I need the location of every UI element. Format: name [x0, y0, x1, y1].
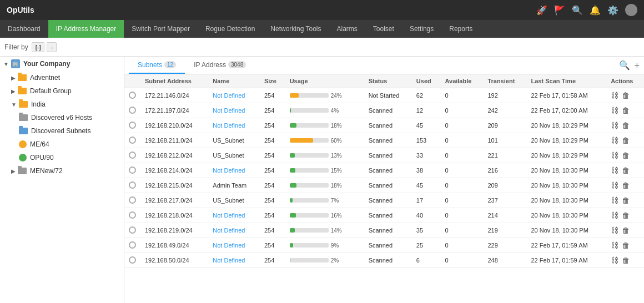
sidebar-item-menew72[interactable]: ▶ MENew/72 — [0, 164, 124, 178]
nav-settings[interactable]: Settings — [402, 20, 441, 38]
row-usage: 13% — [285, 148, 364, 163]
nav-bar: Dashboard IP Address Manager Switch Port… — [0, 20, 644, 38]
row-status: Scanned — [364, 253, 412, 268]
subnet-name: Admin Team — [213, 182, 246, 189]
link-icon[interactable]: ⛓ — [611, 91, 618, 100]
row-radio-col[interactable] — [124, 163, 140, 178]
link-icon[interactable]: ⛓ — [611, 181, 618, 190]
delete-icon[interactable]: 🗑 — [622, 226, 630, 235]
delete-icon[interactable]: 🗑 — [622, 136, 630, 145]
nav-alarms[interactable]: Alarms — [329, 20, 365, 38]
link-icon[interactable]: ⛓ — [611, 166, 618, 175]
row-radio[interactable] — [129, 137, 136, 144]
subnet-name-link[interactable]: Not Defined — [213, 167, 245, 174]
row-radio-col[interactable] — [124, 118, 140, 133]
flag-icon[interactable]: 🚩 — [554, 5, 565, 16]
top-bar-icons: 🚀 🚩 🔍 🔔 ⚙️ — [536, 4, 637, 16]
delete-icon[interactable]: 🗑 — [622, 151, 630, 160]
search-icon[interactable]: 🔍 — [572, 5, 583, 16]
row-radio[interactable] — [129, 181, 136, 189]
row-subnet: 192.168.219.0/24 — [140, 223, 208, 238]
folder-orange-icon — [19, 101, 28, 108]
nav-rogue-detection[interactable]: Rogue Detection — [198, 20, 263, 38]
delete-icon[interactable]: 🗑 — [622, 211, 630, 220]
row-radio[interactable] — [129, 122, 136, 129]
delete-icon[interactable]: 🗑 — [622, 256, 630, 265]
table-row: 172.21.146.0/24 Not Defined 254 24% Not … — [124, 88, 644, 103]
delete-icon[interactable]: 🗑 — [622, 241, 630, 250]
subnet-name-link[interactable]: Not Defined — [213, 122, 245, 129]
row-radio[interactable] — [129, 107, 136, 114]
nav-networking-tools[interactable]: Networking Tools — [263, 20, 329, 38]
row-radio-col[interactable] — [124, 238, 140, 253]
delete-icon[interactable]: 🗑 — [622, 181, 630, 190]
row-radio[interactable] — [129, 241, 136, 249]
link-icon[interactable]: ⛓ — [611, 151, 618, 160]
delete-icon[interactable]: 🗑 — [622, 196, 630, 205]
user-avatar[interactable] — [625, 4, 637, 16]
row-radio-col[interactable] — [124, 193, 140, 208]
delete-icon[interactable]: 🗑 — [622, 91, 630, 100]
subnet-name-link[interactable]: Not Defined — [213, 227, 245, 234]
tab-subnets[interactable]: Subnets 12 — [129, 57, 185, 74]
table-row: 192.168.218.0/24 Not Defined 254 16% Sca… — [124, 208, 644, 223]
link-icon[interactable]: ⛓ — [611, 196, 618, 205]
row-radio-col[interactable] — [124, 223, 140, 238]
row-radio-col[interactable] — [124, 178, 140, 193]
sidebar-item-adventnet[interactable]: ▶ Adventnet — [0, 71, 124, 84]
col-size: Size — [260, 74, 285, 88]
sidebar-item-your-company[interactable]: ▼ 🏢 Your Company — [0, 57, 124, 71]
row-radio[interactable] — [129, 226, 136, 234]
filter-bracket-btn[interactable]: [-] — [32, 42, 45, 52]
sidebar-item-default-group[interactable]: ▶ Default Group — [0, 84, 124, 98]
nav-dashboard[interactable]: Dashboard — [0, 20, 48, 38]
link-icon[interactable]: ⛓ — [611, 256, 618, 265]
subnet-name-link[interactable]: Not Defined — [213, 107, 245, 114]
subnet-name-link[interactable]: Not Defined — [213, 257, 245, 264]
row-radio-col[interactable] — [124, 148, 140, 163]
link-icon[interactable]: ⛓ — [611, 211, 618, 220]
sidebar-item-me64[interactable]: ME/64 — [0, 138, 124, 151]
sidebar-item-discovered-v6[interactable]: Discovered v6 Hosts — [0, 111, 124, 124]
add-action-icon[interactable]: + — [635, 60, 640, 70]
row-radio[interactable] — [129, 166, 136, 174]
subnet-name-link[interactable]: Not Defined — [213, 92, 245, 99]
tab-ipaddress[interactable]: IP Address 3048 — [185, 57, 255, 74]
search-action-icon[interactable]: 🔍 — [619, 60, 630, 70]
link-icon[interactable]: ⛓ — [611, 226, 618, 235]
sidebar-item-india[interactable]: ▼ India — [0, 98, 124, 111]
nav-reports[interactable]: Reports — [441, 20, 480, 38]
delete-icon[interactable]: 🗑 — [622, 166, 630, 175]
sidebar-item-opu90[interactable]: OPU/90 — [0, 151, 124, 164]
filter-dash-btn[interactable]: - — [47, 42, 57, 52]
link-icon[interactable]: ⛓ — [611, 106, 618, 115]
nav-toolset[interactable]: Toolset — [365, 20, 402, 38]
row-radio[interactable] — [129, 211, 136, 219]
row-radio-col[interactable] — [124, 133, 140, 148]
subnet-name-link[interactable]: Not Defined — [213, 212, 245, 219]
link-icon[interactable]: ⛓ — [611, 121, 618, 130]
row-status: Scanned — [364, 238, 412, 253]
delete-icon[interactable]: 🗑 — [622, 106, 630, 115]
link-icon[interactable]: ⛓ — [611, 241, 618, 250]
bell-icon[interactable]: 🔔 — [590, 5, 601, 16]
link-icon[interactable]: ⛓ — [611, 136, 618, 145]
settings-icon[interactable]: ⚙️ — [607, 5, 618, 16]
delete-icon[interactable]: 🗑 — [622, 121, 630, 130]
row-actions: ⛓ 🗑 — [606, 178, 644, 193]
sidebar-item-discovered-subnets[interactable]: Discovered Subnets — [0, 124, 124, 138]
row-radio[interactable] — [129, 92, 136, 99]
subnet-name-link[interactable]: Not Defined — [213, 242, 245, 249]
row-radio-col[interactable] — [124, 208, 140, 223]
row-radio-col[interactable] — [124, 253, 140, 268]
folder-gray-icon — [19, 114, 28, 121]
row-radio-col[interactable] — [124, 88, 140, 103]
row-radio-col[interactable] — [124, 103, 140, 118]
nav-switch-port-mapper[interactable]: Switch Port Mapper — [124, 20, 198, 38]
nav-ip-address-manager[interactable]: IP Address Manager — [48, 20, 124, 38]
row-radio[interactable] — [129, 256, 136, 264]
row-subnet: 192.168.215.0/24 — [140, 178, 208, 193]
row-radio[interactable] — [129, 152, 136, 159]
row-radio[interactable] — [129, 196, 136, 204]
rocket-icon[interactable]: 🚀 — [536, 5, 547, 16]
